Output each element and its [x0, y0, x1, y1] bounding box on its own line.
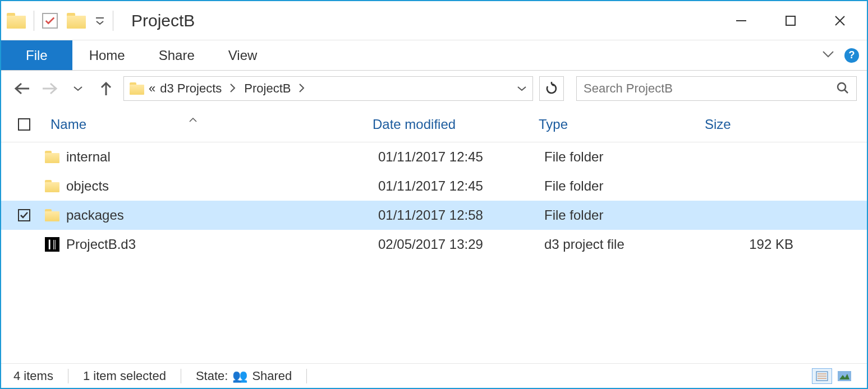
- svg-rect-1: [736, 20, 746, 21]
- file-type: File folder: [544, 207, 710, 223]
- people-icon: 👥: [232, 369, 247, 383]
- folder-icon: [45, 209, 59, 221]
- file-name: objects: [66, 178, 378, 194]
- file-date: 01/11/2017 12:45: [378, 149, 544, 165]
- search-input[interactable]: [584, 81, 832, 96]
- titlebar: ProjectB: [1, 1, 867, 40]
- ribbon-expand-icon[interactable]: [822, 50, 834, 60]
- table-row[interactable]: ┃║ ProjectB.d3 02/05/2017 13:29 d3 proje…: [1, 230, 867, 259]
- folder-icon: [7, 13, 26, 29]
- column-header-name[interactable]: Name: [45, 117, 373, 132]
- row-checkbox[interactable]: [18, 209, 30, 221]
- search-icon[interactable]: [836, 81, 849, 96]
- file-name: packages: [66, 207, 378, 223]
- svg-rect-8: [838, 371, 851, 381]
- minimize-button[interactable]: [733, 13, 749, 29]
- share-state: State: 👥 Shared: [196, 369, 292, 383]
- navigation-bar: « d3 Projects ProjectB: [1, 71, 867, 106]
- quick-access-toolbar: [7, 11, 117, 31]
- folder-icon: [45, 151, 59, 163]
- address-dropdown-icon[interactable]: [517, 84, 527, 94]
- file-date: 01/11/2017 12:58: [378, 207, 544, 223]
- file-date: 01/11/2017 12:45: [378, 178, 544, 194]
- table-row[interactable]: internal 01/11/2017 12:45 File folder: [1, 142, 867, 172]
- folder-icon: [130, 82, 144, 95]
- file-explorer-window: ProjectB File Home Share View ?: [0, 0, 868, 389]
- tab-file[interactable]: File: [1, 40, 72, 70]
- svg-rect-2: [786, 16, 795, 25]
- window-title: ProjectB: [131, 11, 195, 30]
- maximize-button[interactable]: [783, 13, 798, 29]
- up-button[interactable]: [95, 78, 117, 99]
- forward-button[interactable]: [39, 78, 61, 99]
- details-view-button[interactable]: [812, 368, 832, 384]
- back-button[interactable]: [11, 78, 33, 99]
- chevron-right-icon[interactable]: [229, 83, 236, 95]
- address-bar[interactable]: « d3 Projects ProjectB: [123, 76, 533, 101]
- table-row[interactable]: packages 01/11/2017 12:58 File folder: [1, 201, 867, 230]
- svg-rect-0: [96, 17, 104, 18]
- properties-icon[interactable]: [42, 13, 58, 29]
- file-name: ProjectB.d3: [66, 237, 378, 252]
- column-header-size[interactable]: Size: [705, 117, 805, 132]
- tab-view[interactable]: View: [212, 40, 274, 70]
- folder-icon: [45, 180, 59, 192]
- status-bar: 4 items 1 item selected State: 👥 Shared: [1, 363, 867, 388]
- file-list: internal 01/11/2017 12:45 File folder ob…: [1, 142, 867, 363]
- column-header-date[interactable]: Date modified: [373, 117, 539, 132]
- tab-home[interactable]: Home: [72, 40, 142, 70]
- file-type: File folder: [544, 149, 710, 165]
- ribbon-tabs: File Home Share View ?: [1, 40, 867, 71]
- selection-count: 1 item selected: [83, 369, 166, 383]
- svg-point-3: [838, 83, 846, 91]
- column-headers: Name Date modified Type Size: [1, 106, 867, 142]
- breadcrumb-prefix[interactable]: «: [149, 81, 155, 96]
- refresh-button[interactable]: [539, 76, 564, 101]
- file-type: File folder: [544, 178, 710, 194]
- file-size: 192 KB: [710, 237, 810, 252]
- table-row[interactable]: objects 01/11/2017 12:45 File folder: [1, 172, 867, 201]
- file-type: d3 project file: [544, 237, 710, 252]
- search-box[interactable]: [576, 76, 857, 101]
- help-button[interactable]: ?: [844, 48, 859, 63]
- new-folder-icon[interactable]: [67, 13, 86, 29]
- item-count: 4 items: [13, 369, 53, 383]
- sort-ascending-icon: [189, 115, 198, 124]
- thumbnails-view-button[interactable]: [834, 368, 855, 384]
- d3-file-icon: ┃║: [45, 237, 59, 252]
- chevron-right-icon[interactable]: [298, 83, 305, 95]
- breadcrumb-item[interactable]: d3 Projects: [160, 81, 222, 96]
- close-button[interactable]: [832, 13, 848, 29]
- window-controls: [733, 13, 848, 29]
- select-all-checkbox[interactable]: [18, 118, 45, 131]
- tab-share[interactable]: Share: [142, 40, 212, 70]
- recent-locations-button[interactable]: [67, 78, 89, 99]
- view-mode-buttons: [812, 368, 855, 384]
- file-name: internal: [66, 149, 378, 165]
- qat-dropdown-icon[interactable]: [95, 16, 105, 25]
- column-header-type[interactable]: Type: [539, 117, 705, 132]
- breadcrumb-item[interactable]: ProjectB: [244, 81, 291, 96]
- file-date: 02/05/2017 13:29: [378, 237, 544, 252]
